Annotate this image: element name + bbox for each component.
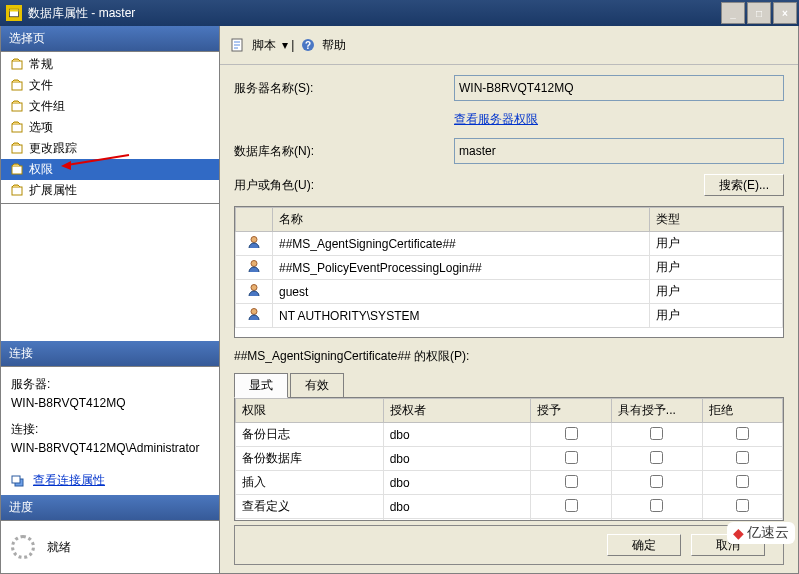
dialog-footer: 确定 取消 [234,525,784,565]
page-icon [9,184,25,198]
withgrant-checkbox[interactable] [650,499,663,512]
svg-point-16 [251,237,257,243]
page-icon [9,100,25,114]
svg-rect-12 [12,476,20,483]
withgrant-checkbox[interactable] [650,427,663,440]
status-text: 就绪 [47,539,71,556]
cancel-button[interactable]: 取消 [691,534,765,556]
users-grid[interactable]: 名称 类型 ##MS_AgentSigningCertificate##用户##… [234,206,784,338]
select-page-header: 选择页 [1,26,219,52]
svg-rect-6 [12,145,22,153]
server-label: 服务器: [11,375,209,394]
title-bar: 数据库属性 - master _ □ × [0,0,799,26]
sidebar-item-0[interactable]: 常规 [1,54,219,75]
deny-checkbox[interactable] [736,499,749,512]
grant-checkbox[interactable] [565,475,578,488]
col-perm[interactable]: 权限 [236,399,384,423]
table-row[interactable]: 插入dbo [236,471,783,495]
grant-checkbox[interactable] [565,451,578,464]
maximize-button[interactable]: □ [747,2,771,24]
left-nav-pane: 选择页 常规文件文件组选项更改跟踪权限扩展属性 连接 服务器: WIN-B8RV… [1,26,220,573]
user-icon [247,259,261,273]
svg-rect-4 [12,103,22,111]
table-row[interactable]: guest用户 [236,280,783,304]
svg-rect-1 [10,9,19,11]
col-grant[interactable]: 授予 [531,399,611,423]
user-icon [247,307,261,321]
search-button[interactable]: 搜索(E)... [704,174,784,196]
progress-spinner-icon [11,535,35,559]
connection-header: 连接 [1,341,219,367]
table-row[interactable]: NT AUTHORITY\SYSTEM用户 [236,304,783,328]
users-label: 用户或角色(U): [234,177,454,194]
conn-value: WIN-B8RVQT412MQ\Administrator [11,439,209,458]
table-row[interactable]: ##MS_AgentSigningCertificate##用户 [236,232,783,256]
sidebar-item-4[interactable]: 更改跟踪 [1,138,219,159]
svg-point-17 [251,261,257,267]
view-connection-link[interactable]: 查看连接属性 [33,472,105,489]
deny-checkbox[interactable] [736,475,749,488]
db-name-label: 数据库名称(N): [234,143,454,160]
help-button[interactable]: 帮助 [322,37,346,54]
annotation-note: 根据实际情况，自行选择！ [235,328,783,338]
server-name-field [454,75,784,101]
server-value: WIN-B8RVQT412MQ [11,394,209,413]
db-name-field [454,138,784,164]
page-icon [9,58,25,72]
col-type[interactable]: 类型 [650,208,783,232]
connection-info: 服务器: WIN-B8RVQT412MQ 连接: WIN-B8RVQT412MQ… [1,367,219,466]
sidebar-item-6[interactable]: 扩展属性 [1,180,219,201]
tab-explicit[interactable]: 显式 [234,373,288,398]
dialog-window: 数据库属性 - master _ □ × 选择页 常规文件文件组选项更改跟踪权限… [0,0,799,574]
svg-point-18 [251,285,257,291]
svg-rect-5 [12,124,22,132]
grant-checkbox[interactable] [565,427,578,440]
col-name[interactable]: 名称 [273,208,650,232]
view-server-perm-link[interactable]: 查看服务器权限 [454,111,538,128]
right-pane: 脚本 ▾ | ? 帮助 服务器名称(S): 查看服务器权限 数据库名称(N): [220,26,798,573]
sidebar-item-3[interactable]: 选项 [1,117,219,138]
permissions-label: ##MS_AgentSigningCertificate## 的权限(P): [234,348,784,365]
svg-rect-2 [12,61,22,69]
col-with-grant[interactable]: 具有授予... [611,399,702,423]
svg-rect-8 [12,187,22,195]
user-icon [247,283,261,297]
page-tree: 常规文件文件组选项更改跟踪权限扩展属性 [1,52,219,204]
toolbar-sep: ▾ | [282,38,294,52]
permissions-grid[interactable]: 权限 授权者 授予 具有授予... 拒绝 备份日志dbo备份数据库dbo插入db… [234,397,784,521]
sidebar-item-1[interactable]: 文件 [1,75,219,96]
table-row[interactable]: ##MS_PolicyEventProcessingLogin##用户 [236,256,783,280]
sidebar-item-2[interactable]: 文件组 [1,96,219,117]
grant-checkbox[interactable] [565,499,578,512]
tab-effective[interactable]: 有效 [290,373,344,398]
withgrant-checkbox[interactable] [650,451,663,464]
table-row[interactable]: 查看数据库状态dbo [236,519,783,522]
window-title: 数据库属性 - master [26,5,721,22]
page-icon [9,163,25,177]
deny-checkbox[interactable] [736,451,749,464]
col-grantor[interactable]: 授权者 [383,399,531,423]
svg-rect-7 [12,166,22,174]
table-row[interactable]: 备份数据库dbo [236,447,783,471]
user-icon [247,235,261,249]
script-icon [230,37,246,53]
ok-button[interactable]: 确定 [607,534,681,556]
table-row[interactable]: 备份日志dbo [236,423,783,447]
svg-rect-3 [12,82,22,90]
page-icon [9,79,25,93]
progress-header: 进度 [1,495,219,521]
col-deny[interactable]: 拒绝 [702,399,783,423]
svg-text:?: ? [305,40,311,51]
page-icon [9,121,25,135]
script-button[interactable]: 脚本 [252,37,276,54]
close-button[interactable]: × [773,2,797,24]
page-icon [9,142,25,156]
deny-checkbox[interactable] [736,427,749,440]
sidebar-item-5[interactable]: 权限 [1,159,219,180]
app-icon [6,5,22,21]
minimize-button[interactable]: _ [721,2,745,24]
withgrant-checkbox[interactable] [650,475,663,488]
link-icon [11,474,27,488]
server-name-label: 服务器名称(S): [234,80,454,97]
table-row[interactable]: 查看定义dbo [236,495,783,519]
